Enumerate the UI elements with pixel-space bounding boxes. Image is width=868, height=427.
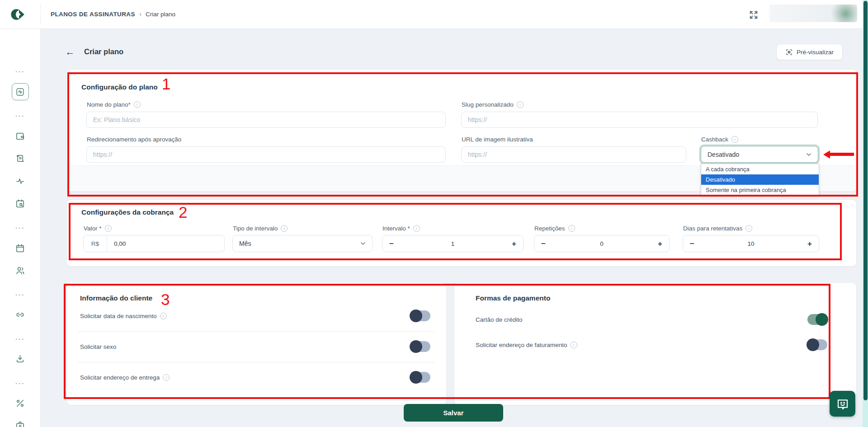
- retry-days-label: Dias para retentativas: [683, 225, 752, 232]
- info-icon[interactable]: [745, 225, 752, 232]
- sidebar-item-receipt[interactable]: [0, 153, 40, 164]
- sidebar-item-dashboard[interactable]: [0, 84, 40, 100]
- cashback-option-disabled[interactable]: Desativado: [701, 174, 819, 185]
- billing-address-toggle-label: Solicitar endereço de faturamento: [476, 342, 577, 348]
- info-icon[interactable]: [571, 342, 577, 348]
- redirect-input[interactable]: [86, 146, 446, 163]
- row-divider: [79, 362, 434, 362]
- info-icon[interactable]: [568, 225, 575, 232]
- sidebar-item-business[interactable]: [0, 420, 40, 427]
- minus-button[interactable]: −: [541, 240, 546, 248]
- sex-toggle[interactable]: [410, 341, 430, 352]
- minus-button[interactable]: −: [389, 240, 394, 248]
- download-icon: [15, 354, 25, 364]
- toggle-knob: [410, 371, 422, 384]
- plan-name-label: Nome do plano*: [87, 101, 141, 108]
- breadcrumb: PLANOS DE ASSINATURAS › Criar plano: [51, 0, 175, 28]
- valor-value: 0,00: [107, 240, 126, 247]
- toggle-knob: [410, 340, 422, 353]
- billing-config-card: [66, 199, 857, 267]
- interval-type-select[interactable]: Mês: [232, 235, 373, 252]
- top-bar: PLANOS DE ASSINATURAS › Criar plano: [0, 0, 868, 29]
- info-icon[interactable]: [160, 313, 167, 319]
- calendar-search-icon: [15, 198, 25, 209]
- image-url-label: URL de imagem ilustrativa: [462, 136, 533, 143]
- calendar-icon: [15, 243, 25, 253]
- chat-widget-button[interactable]: [830, 391, 855, 417]
- birthdate-toggle[interactable]: [410, 310, 430, 321]
- info-icon[interactable]: [413, 225, 420, 232]
- interval-stepper: − 1 +: [382, 235, 524, 252]
- create-plan-page: PLANOS DE ASSINATURAS › Criar plano ··· …: [0, 0, 868, 427]
- brand-logo-icon[interactable]: [10, 6, 28, 23]
- birthdate-toggle-label: Solicitar data de nascimento: [80, 313, 167, 319]
- sidebar-group-ellipsis: ···: [0, 223, 40, 233]
- interval-type-label: Tipo de intervalo: [233, 225, 288, 232]
- plus-button[interactable]: +: [658, 240, 662, 248]
- plan-config-title: Configuração do plano: [81, 83, 158, 91]
- plus-button[interactable]: +: [512, 240, 516, 248]
- back-button[interactable]: ←: [64, 46, 76, 58]
- currency-prefix: R$: [84, 235, 107, 252]
- cashback-option-first-charge[interactable]: Somente na primeira cobrança: [701, 185, 819, 195]
- sidebar-item-links[interactable]: [0, 309, 40, 320]
- topbar-divider: [40, 4, 41, 24]
- plan-name-input[interactable]: [86, 112, 446, 128]
- users-icon: [15, 265, 25, 276]
- breadcrumb-section[interactable]: PLANOS DE ASSINATURAS: [51, 11, 135, 18]
- toggle-knob: [410, 310, 422, 322]
- credit-card-toggle[interactable]: [807, 314, 827, 325]
- plus-button[interactable]: +: [807, 240, 812, 248]
- minus-button[interactable]: −: [690, 240, 694, 248]
- retry-days-stepper: − 10 +: [683, 235, 819, 252]
- chevron-down-icon: [805, 151, 812, 158]
- repetitions-value[interactable]: 0: [600, 240, 604, 247]
- slug-input[interactable]: [461, 112, 818, 128]
- sidebar-item-calendar[interactable]: [0, 243, 40, 253]
- retry-days-value[interactable]: 10: [747, 240, 754, 247]
- info-icon[interactable]: [517, 101, 524, 108]
- preview-button-label: Pré-visualizar: [797, 49, 834, 56]
- fullscreen-icon[interactable]: [749, 10, 759, 20]
- shipping-address-toggle-label: Solicitar endereço de entrega: [80, 374, 170, 381]
- sidebar-item-customers[interactable]: [0, 265, 40, 276]
- preview-button[interactable]: Pré-visualizar: [776, 44, 843, 60]
- wallet-icon: [15, 131, 25, 141]
- sex-toggle-label: Solicitar sexo: [80, 343, 116, 350]
- cashback-option-every-charge[interactable]: A cada cobrança: [701, 164, 819, 174]
- receipt-scroll-icon: [15, 153, 25, 164]
- customer-info-title: Informação do cliente: [80, 294, 152, 302]
- valor-label: Valor *: [84, 225, 112, 232]
- repetitions-stepper: − 0 +: [534, 235, 670, 252]
- sidebar-item-exports[interactable]: [0, 353, 40, 364]
- activity-pulse-icon: [15, 176, 25, 186]
- sidebar-group-ellipsis: ···: [0, 290, 40, 300]
- billing-address-toggle[interactable]: [807, 339, 827, 350]
- info-icon[interactable]: [731, 136, 738, 143]
- chevron-down-icon: [359, 240, 367, 247]
- cashback-select-value: Desativado: [708, 151, 739, 158]
- valor-input[interactable]: R$ 0,00: [83, 235, 225, 252]
- percent-icon: [15, 398, 25, 408]
- chat-smiley-icon: [836, 397, 849, 411]
- sidebar-item-activity[interactable]: [0, 175, 40, 186]
- breadcrumb-chevron-icon: ›: [139, 10, 142, 17]
- sidebar-item-calendar-search[interactable]: [0, 198, 40, 209]
- sidebar-item-discounts[interactable]: [0, 398, 40, 408]
- image-url-input[interactable]: [461, 146, 686, 163]
- row-divider: [79, 331, 434, 332]
- info-icon[interactable]: [281, 225, 288, 232]
- info-icon[interactable]: [105, 225, 112, 232]
- info-icon[interactable]: [163, 374, 170, 381]
- user-menu-blurred[interactable]: [769, 5, 857, 22]
- active-item-box: [12, 83, 29, 100]
- cashback-select[interactable]: Desativado: [701, 146, 818, 163]
- interval-value[interactable]: 1: [451, 240, 455, 247]
- scrollbar-thumb[interactable]: [863, 1, 868, 400]
- repetitions-label: Repetições: [534, 225, 575, 232]
- breadcrumb-current: Criar plano: [146, 11, 175, 18]
- shipping-address-toggle[interactable]: [410, 372, 430, 383]
- info-icon[interactable]: [134, 101, 141, 108]
- save-button[interactable]: Salvar: [404, 404, 503, 422]
- sidebar-item-wallet[interactable]: [0, 131, 40, 141]
